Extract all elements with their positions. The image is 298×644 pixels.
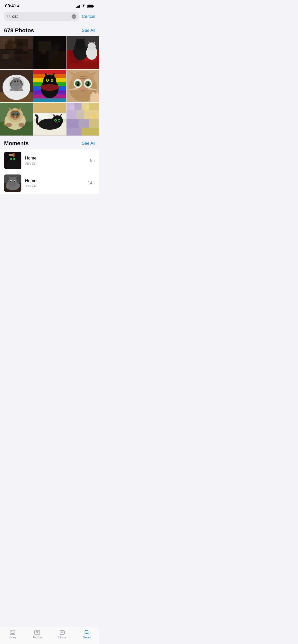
svg-point-119: [55, 120, 56, 122]
svg-rect-61: [33, 98, 66, 103]
svg-point-81: [87, 82, 88, 83]
svg-rect-90: [92, 92, 95, 99]
chevron-icon-2: ›: [94, 181, 95, 185]
svg-point-80: [77, 82, 78, 83]
photos-count-title: 678 Photos: [4, 27, 34, 34]
svg-point-145: [10, 158, 12, 160]
svg-point-79: [87, 81, 89, 86]
svg-point-106: [18, 123, 24, 127]
photos-section-header: 678 Photos See All: [0, 23, 99, 36]
svg-point-105: [6, 123, 12, 127]
svg-point-68: [47, 79, 48, 81]
svg-point-147: [6, 160, 19, 169]
svg-rect-16: [9, 51, 14, 58]
svg-rect-13: [18, 41, 23, 47]
moment-count-row-2: 14 ›: [88, 181, 95, 186]
chevron-icon-1: ›: [94, 158, 95, 163]
wifi-icon: [82, 5, 86, 8]
svg-rect-18: [24, 54, 30, 62]
photo-cell-5[interactable]: [33, 70, 66, 103]
photo-cell-9[interactable]: [66, 103, 99, 136]
photo-cell-1[interactable]: [0, 36, 33, 69]
svg-point-146: [13, 158, 15, 160]
svg-rect-12: [12, 44, 16, 48]
svg-rect-14: [23, 47, 28, 52]
svg-rect-136: [86, 105, 89, 110]
moment-date-2: Jan 24: [25, 184, 84, 188]
status-icons: [76, 5, 94, 8]
signal-icon: [76, 5, 80, 8]
moment-location-2: Home: [25, 178, 84, 183]
time-text: 09:41: [5, 4, 16, 9]
moments-section: Moments See All Home Jan 27 8: [0, 136, 99, 194]
moment-thumb-1: [4, 152, 21, 169]
photos-section: 678 Photos See All: [0, 23, 99, 136]
moments-title: Moments: [4, 140, 29, 147]
svg-rect-132: [89, 119, 99, 128]
photo-cell-2[interactable]: [33, 36, 66, 69]
search-query-text[interactable]: cat: [12, 14, 70, 19]
moment-item-2[interactable]: Home Jan 24 14 ›: [0, 172, 99, 194]
moment-count-1: 8: [90, 158, 92, 163]
svg-rect-126: [89, 103, 99, 110]
svg-point-51: [17, 80, 18, 82]
moments-section-header: Moments See All: [0, 136, 99, 149]
svg-rect-148: [9, 154, 13, 156]
cancel-button[interactable]: Cancel: [82, 14, 95, 19]
photo-cell-3[interactable]: [66, 36, 99, 69]
moment-date-1: Jan 27: [25, 161, 86, 165]
svg-rect-15: [3, 54, 9, 59]
svg-rect-135: [70, 105, 75, 110]
svg-rect-124: [74, 103, 82, 110]
svg-rect-26: [53, 44, 60, 49]
svg-point-158: [10, 181, 12, 182]
photo-grid: [0, 36, 99, 136]
svg-point-52: [10, 88, 15, 91]
svg-rect-11: [8, 39, 13, 44]
location-arrow-icon: [17, 5, 19, 8]
svg-point-38: [88, 42, 96, 51]
svg-point-121: [57, 122, 58, 123]
svg-point-69: [51, 79, 52, 81]
clear-search-button[interactable]: [72, 14, 76, 19]
svg-point-78: [77, 81, 79, 86]
svg-rect-1: [93, 6, 94, 7]
photos-see-all-button[interactable]: See All: [82, 28, 95, 33]
photo-cell-4[interactable]: [0, 70, 33, 103]
svg-point-101: [16, 113, 18, 115]
search-icon: [7, 14, 11, 19]
svg-rect-139: [69, 123, 75, 127]
photo-cell-8[interactable]: [33, 103, 66, 136]
svg-rect-127: [66, 110, 77, 119]
svg-point-114: [52, 115, 63, 127]
svg-rect-2: [88, 5, 93, 7]
moments-see-all-button[interactable]: See All: [82, 141, 95, 146]
svg-rect-138: [92, 114, 97, 119]
svg-rect-91: [96, 93, 99, 99]
svg-point-82: [82, 88, 85, 90]
svg-rect-25: [41, 49, 46, 54]
svg-rect-27: [37, 59, 45, 65]
svg-rect-134: [82, 128, 99, 136]
moment-location-1: Home: [25, 156, 86, 161]
photo-cell-7[interactable]: [0, 103, 33, 136]
svg-point-104: [14, 116, 16, 118]
search-bar[interactable]: cat: [4, 12, 79, 21]
svg-rect-140: [83, 123, 88, 127]
svg-point-50: [14, 80, 16, 82]
moment-info-2: Home Jan 24: [25, 178, 84, 188]
moment-item-1[interactable]: Home Jan 27 8 ›: [0, 149, 99, 172]
svg-point-53: [18, 88, 23, 91]
svg-point-47: [12, 78, 20, 86]
search-container: cat Cancel: [0, 10, 99, 23]
photo-cell-6[interactable]: [66, 70, 99, 103]
svg-rect-149: [13, 153, 15, 157]
svg-line-4: [9, 17, 10, 18]
svg-rect-24: [51, 56, 63, 67]
moment-count-2: 14: [88, 181, 92, 186]
svg-point-100: [12, 113, 14, 115]
svg-point-120: [58, 120, 60, 122]
moment-count-row-1: 8 ›: [90, 158, 95, 163]
moment-info-1: Home Jan 27: [25, 156, 86, 165]
status-time: 09:41: [5, 4, 19, 9]
